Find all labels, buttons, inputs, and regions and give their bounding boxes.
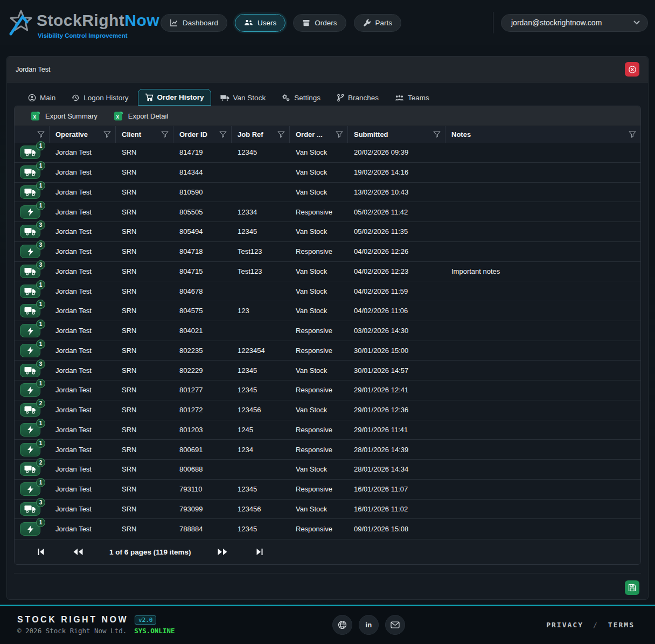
- table-row[interactable]: 3 Jordan Test SRN 793099 123456 Van Stoc…: [15, 500, 640, 520]
- filter-icon[interactable]: [277, 131, 285, 138]
- cell-submitted: 04/02/2026 12:26: [348, 242, 445, 261]
- table-row[interactable]: 1 Jordan Test SRN 804575 123 Van Stock 0…: [15, 301, 640, 321]
- table-row[interactable]: 1 Jordan Test SRN 814344 Van Stock 19/02…: [15, 163, 640, 183]
- cell-notes: [445, 500, 640, 519]
- table-row[interactable]: 1 Jordan Test SRN 800691 1234 Responsive…: [15, 440, 640, 460]
- detail-tabs: Main Logon History Order History: [7, 82, 648, 106]
- cell-job-ref: 12345: [232, 361, 290, 380]
- footer-brand: STOCK RIGHT NOW: [17, 615, 128, 625]
- table-row[interactable]: 1 Jordan Test SRN 804678 Van Stock 04/02…: [15, 281, 640, 301]
- tab-main[interactable]: Main: [21, 89, 62, 106]
- table-row[interactable]: 3 Jordan Test SRN 804715 Test123 Van Sto…: [15, 262, 640, 282]
- cell-order-type: Responsive: [290, 420, 348, 440]
- table-row[interactable]: 3 Jordan Test SRN 802229 12345 Van Stock…: [15, 361, 640, 380]
- filter-icon[interactable]: [219, 131, 227, 138]
- table-row[interactable]: 2 Jordan Test SRN 801272 123456 Van Stoc…: [15, 400, 640, 420]
- table-row[interactable]: 1 Jordan Test SRN 805505 12334 Responsiv…: [15, 202, 640, 222]
- order-count-badge: 3: [36, 498, 45, 507]
- nav-item-orders[interactable]: Orders: [293, 14, 346, 32]
- cell-client: SRN: [116, 480, 173, 499]
- order-count-badge: 1: [36, 340, 45, 349]
- cell-operative: Jordan Test: [50, 361, 116, 380]
- table-row[interactable]: 1 Jordan Test SRN 788884 12345 Responsiv…: [15, 519, 640, 539]
- table-header-row: Operative Client Order ID Job Ref Order …: [15, 126, 640, 143]
- tab-teams[interactable]: Teams: [388, 89, 436, 106]
- email-button[interactable]: [385, 615, 405, 635]
- tab-order-history[interactable]: Order History: [138, 89, 211, 106]
- filter-icon[interactable]: [629, 131, 636, 138]
- cell-operative: Jordan Test: [50, 183, 116, 202]
- table-row[interactable]: 2 Jordan Test SRN 800688 Van Stock 28/01…: [15, 460, 640, 480]
- cell-job-ref: 123456: [232, 400, 290, 420]
- table-row[interactable]: 3 Jordan Test SRN 804718 Test123 Respons…: [15, 242, 640, 262]
- column-header-notes: Notes: [445, 126, 640, 143]
- table-row[interactable]: 1 Jordan Test SRN 801277 12345 Responsiv…: [15, 380, 640, 400]
- previous-page-button[interactable]: [71, 546, 86, 558]
- history-icon: [72, 94, 80, 102]
- filter-icon[interactable]: [103, 131, 111, 138]
- tab-van-stock[interactable]: Van Stock: [213, 89, 273, 106]
- panel-header: Jordan Test: [7, 57, 648, 82]
- filter-icon[interactable]: [161, 131, 169, 138]
- cell-client: SRN: [116, 361, 173, 380]
- website-link-button[interactable]: [332, 615, 352, 635]
- order-count-badge: 2: [36, 458, 45, 467]
- tab-settings[interactable]: Settings: [275, 89, 328, 106]
- table-row[interactable]: 1 Jordan Test SRN 810590 Van Stock 13/02…: [15, 183, 640, 203]
- nav-item-label: Dashboard: [183, 19, 218, 27]
- cell-operative: Jordan Test: [50, 440, 116, 459]
- cell-submitted: 09/01/2026 15:08: [348, 519, 445, 539]
- column-header-order-id: Order ID: [173, 126, 232, 143]
- tab-branches[interactable]: Branches: [330, 89, 386, 106]
- cell-notes: [445, 163, 640, 182]
- account-dropdown[interactable]: jordan@stockrightnow.com: [501, 14, 648, 32]
- tab-label: Branches: [348, 94, 379, 102]
- cell-operative: Jordan Test: [50, 281, 116, 301]
- last-page-button[interactable]: [254, 546, 266, 558]
- cell-order-id: 804678: [173, 281, 232, 301]
- cell-job-ref: 12345: [232, 480, 290, 499]
- filter-icon[interactable]: [336, 131, 343, 138]
- cell-client: SRN: [116, 341, 173, 361]
- wrench-icon: [363, 19, 371, 27]
- tab-logon-history[interactable]: Logon History: [65, 89, 135, 106]
- terms-link[interactable]: TERMS: [608, 621, 635, 629]
- cell-client: SRN: [116, 281, 173, 301]
- table-row[interactable]: 3 Jordan Test SRN 805494 12345 Van Stock…: [15, 222, 640, 242]
- nav-item-users[interactable]: Users: [235, 14, 285, 32]
- order-count-badge: 3: [36, 240, 45, 250]
- cell-submitted: 04/02/2026 11:06: [348, 301, 445, 321]
- table-row[interactable]: 1 Jordan Test SRN 802235 1223454 Respons…: [15, 341, 640, 361]
- cell-job-ref: 12334: [232, 202, 290, 221]
- cell-notes: [445, 321, 640, 341]
- panel-footer: [14, 573, 641, 601]
- cell-client: SRN: [116, 500, 173, 519]
- table-row[interactable]: 1 Jordan Test SRN 804021 Responsive 03/0…: [15, 321, 640, 341]
- cell-client: SRN: [116, 143, 173, 162]
- cell-client: SRN: [116, 380, 173, 400]
- cell-job-ref: 1234: [232, 440, 290, 459]
- export-detail-button[interactable]: x Export Detail: [108, 109, 173, 123]
- save-button[interactable]: [625, 580, 639, 595]
- filter-icon[interactable]: [433, 131, 441, 138]
- first-page-button[interactable]: [35, 546, 47, 558]
- footer-slash: /: [593, 621, 598, 629]
- table-row[interactable]: 1 Jordan Test SRN 814719 12345 Van Stock…: [15, 143, 640, 163]
- next-page-button[interactable]: [215, 546, 230, 558]
- linkedin-button[interactable]: in: [359, 615, 379, 635]
- nav-item-parts[interactable]: Parts: [354, 14, 402, 32]
- export-summary-button[interactable]: x Export Summary: [25, 109, 103, 123]
- nav-item-dashboard[interactable]: Dashboard: [161, 14, 227, 32]
- users-icon: [244, 19, 253, 27]
- table-row[interactable]: 1 Jordan Test SRN 793110 12345 Responsiv…: [15, 480, 640, 500]
- table-row[interactable]: 1 Jordan Test SRN 801203 1245 Responsive…: [15, 420, 640, 440]
- filter-icon[interactable]: [37, 131, 45, 138]
- privacy-link[interactable]: PRIVACY: [546, 621, 583, 629]
- cell-job-ref: 12345: [232, 143, 290, 162]
- cell-notes: [445, 480, 640, 499]
- cell-notes: [445, 420, 640, 440]
- close-button[interactable]: [625, 62, 639, 77]
- cell-operative: Jordan Test: [50, 341, 116, 361]
- cell-submitted: 29/01/2026 11:41: [348, 420, 445, 440]
- cell-operative: Jordan Test: [50, 400, 116, 420]
